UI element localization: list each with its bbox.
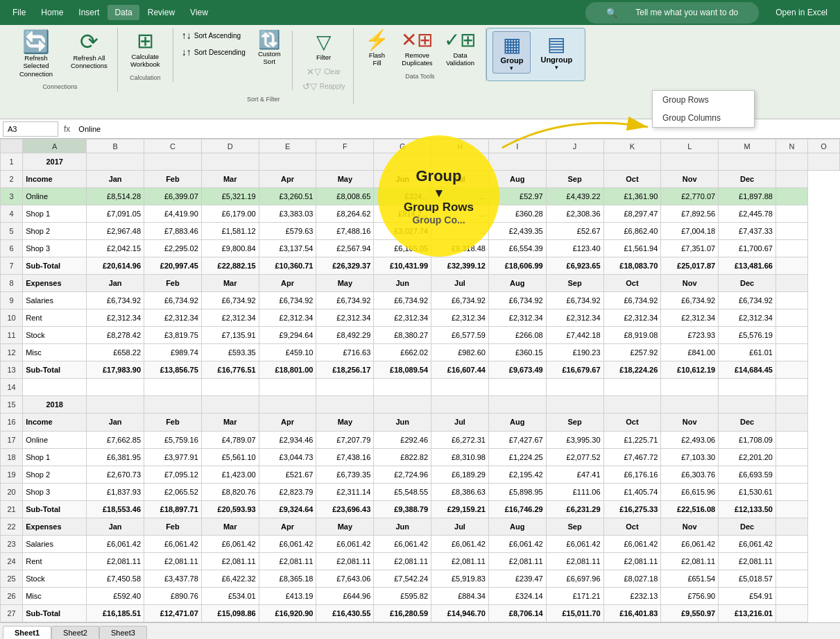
table-cell[interactable]: £716.63 xyxy=(316,344,374,361)
table-cell[interactable] xyxy=(603,396,661,414)
table-cell[interactable]: £1,224.25 xyxy=(488,448,546,466)
table-cell[interactable] xyxy=(374,379,431,396)
table-cell[interactable]: £9,673.49 xyxy=(488,361,546,379)
table-cell[interactable]: £7,488.16 xyxy=(316,223,374,240)
table-cell[interactable]: £884.34 xyxy=(431,587,489,604)
table-cell[interactable]: Apr xyxy=(259,171,316,188)
table-cell[interactable]: £5,759.16 xyxy=(144,431,202,448)
table-cell[interactable] xyxy=(775,153,807,171)
table-cell[interactable]: Jul xyxy=(431,275,489,292)
table-cell[interactable]: £6,862.40 xyxy=(603,223,661,240)
table-cell[interactable]: £7,207.79 xyxy=(316,431,374,448)
menu-review[interactable]: Review xyxy=(141,5,182,20)
table-cell[interactable]: £324... xyxy=(374,188,431,205)
table-cell[interactable]: Jul xyxy=(431,171,489,188)
table-cell[interactable] xyxy=(775,344,807,361)
table-cell[interactable]: £2,724.96 xyxy=(374,466,431,483)
table-cell[interactable]: £1,837.93 xyxy=(87,483,144,500)
table-cell[interactable]: £7,438.16 xyxy=(316,448,374,466)
table-cell[interactable]: £2,081.11 xyxy=(431,552,489,570)
table-cell[interactable]: £6,739.35 xyxy=(316,466,374,483)
menu-insert[interactable]: Insert xyxy=(71,5,106,20)
sort-descending-button[interactable]: ↓↑ Sort Descending xyxy=(179,44,248,60)
table-cell[interactable]: £982.60 xyxy=(431,344,489,361)
col-header-n[interactable]: N xyxy=(775,139,807,153)
table-cell[interactable] xyxy=(603,379,661,396)
table-cell[interactable]: Nov xyxy=(661,414,719,431)
table-cell[interactable]: £6,061.42 xyxy=(374,535,431,552)
table-cell[interactable]: £20,997.45 xyxy=(144,257,202,275)
table-cell[interactable]: Feb xyxy=(144,171,202,188)
table-cell[interactable]: £595.82 xyxy=(374,587,431,604)
table-cell[interactable]: £8,278.42 xyxy=(87,327,144,344)
table-cell[interactable]: £6,734.92 xyxy=(374,292,431,309)
table-cell[interactable] xyxy=(431,153,489,171)
table-cell[interactable]: £6,061.42 xyxy=(87,535,144,552)
table-cell[interactable]: £723.93 xyxy=(661,327,719,344)
table-cell[interactable]: £266.08 xyxy=(488,327,546,344)
table-cell[interactable]: £914.2... xyxy=(374,205,431,223)
table-cell[interactable]: £8,514.28 xyxy=(87,188,144,205)
table-cell[interactable]: £2,081.11 xyxy=(719,552,776,570)
table-cell[interactable]: £2,081.11 xyxy=(603,552,661,570)
table-cell[interactable]: £324.14 xyxy=(488,587,546,604)
table-cell[interactable]: £6,734.92 xyxy=(431,292,489,309)
reapply-button[interactable]: ↺▽ Reapply xyxy=(300,80,348,93)
table-cell[interactable] xyxy=(23,379,87,396)
table-cell[interactable]: £18,256.17 xyxy=(316,361,374,379)
table-cell[interactable]: £5,919.83 xyxy=(431,570,489,587)
table-cell[interactable] xyxy=(719,379,776,396)
table-cell[interactable]: £2,081.11 xyxy=(661,552,719,570)
row-number[interactable]: 9 xyxy=(1,292,23,309)
table-cell[interactable]: Salaries xyxy=(23,292,87,309)
row-number[interactable]: 24 xyxy=(1,552,23,570)
table-cell[interactable]: £6,176.16 xyxy=(603,466,661,483)
table-cell[interactable]: £14,684.45 xyxy=(719,361,776,379)
table-cell[interactable]: £7,883.46 xyxy=(144,223,202,240)
table-cell[interactable] xyxy=(316,396,374,414)
row-number[interactable]: 3 xyxy=(1,188,23,205)
table-cell[interactable]: Jan xyxy=(87,414,144,431)
table-cell[interactable] xyxy=(144,396,202,414)
table-cell[interactable]: £6,061.42 xyxy=(719,535,776,552)
table-cell[interactable]: Aug xyxy=(488,518,546,535)
table-cell[interactable]: £1,700.67 xyxy=(719,240,776,257)
table-cell[interactable]: £413.19 xyxy=(259,587,316,604)
table-cell[interactable]: £2,081.11 xyxy=(201,552,259,570)
table-cell[interactable]: £17,983.90 xyxy=(87,361,144,379)
menu-file[interactable]: File xyxy=(6,5,33,20)
table-cell[interactable] xyxy=(775,518,807,535)
table-cell[interactable]: £18,224.26 xyxy=(603,361,661,379)
table-cell[interactable] xyxy=(661,396,719,414)
table-cell[interactable]: Jul xyxy=(431,518,489,535)
table-cell[interactable]: Oct xyxy=(603,518,661,535)
row-number[interactable]: 4 xyxy=(1,205,23,223)
table-cell[interactable]: £5,018.57 xyxy=(719,570,776,587)
table-cell[interactable]: £18,897.71 xyxy=(144,500,202,518)
table-cell[interactable] xyxy=(775,205,807,223)
table-cell[interactable] xyxy=(775,257,807,275)
sheet-tab-1[interactable]: Sheet1 xyxy=(3,626,51,639)
table-cell[interactable] xyxy=(546,396,603,414)
remove-duplicates-button[interactable]: ✕⊞ RemoveDuplicates xyxy=(397,28,437,70)
table-cell[interactable]: £8,027.18 xyxy=(603,570,661,587)
table-cell[interactable]: £592.40 xyxy=(87,587,144,604)
table-cell[interactable]: £9,550.97 xyxy=(661,604,719,622)
table-cell[interactable]: £6,231.29 xyxy=(546,500,603,518)
table-cell[interactable]: £20,593.93 xyxy=(201,500,259,518)
table-cell[interactable]: £822.82 xyxy=(374,448,431,466)
col-header-g[interactable]: G xyxy=(374,139,431,153)
table-cell[interactable]: £6,923.65 xyxy=(546,257,603,275)
table-cell[interactable]: £232.13 xyxy=(603,587,661,604)
table-cell[interactable]: £2,081.11 xyxy=(316,552,374,570)
table-cell[interactable]: Sub-Total xyxy=(23,604,87,622)
table-cell[interactable]: May xyxy=(316,518,374,535)
table-cell[interactable] xyxy=(374,153,431,171)
table-cell[interactable]: £6,734.92 xyxy=(719,292,776,309)
table-cell[interactable]: Sep xyxy=(546,275,603,292)
table-cell[interactable]: Sub-Total xyxy=(23,361,87,379)
col-header-d[interactable]: D xyxy=(201,139,259,153)
data-validation-button[interactable]: ✓⊞ DataValidation xyxy=(440,28,480,70)
table-cell[interactable]: £1,225.71 xyxy=(603,431,661,448)
table-cell[interactable]: Rent xyxy=(23,552,87,570)
